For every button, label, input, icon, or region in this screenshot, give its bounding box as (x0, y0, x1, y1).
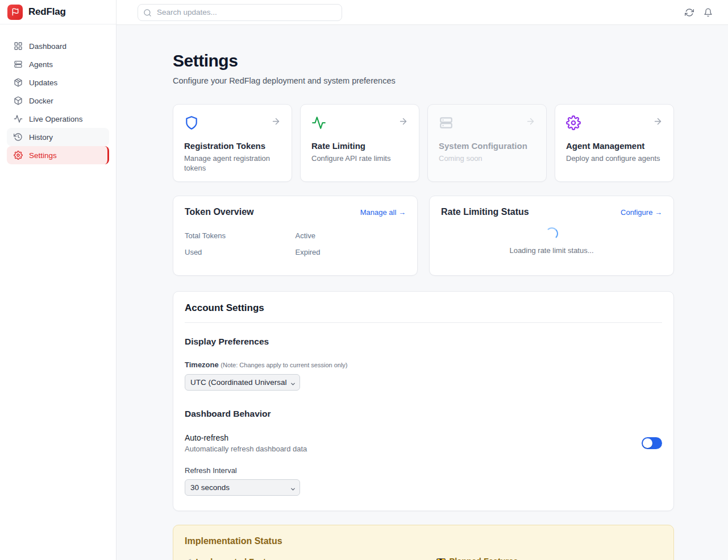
planned-features-heading: Planned Features (450, 557, 518, 560)
sidebar-item-docker[interactable]: Docker (7, 92, 109, 110)
arrow-right-icon (653, 117, 663, 128)
card-registration-tokens[interactable]: Registration Tokens Manage agent registr… (173, 104, 292, 182)
loading-spinner-icon (546, 227, 558, 240)
implemented-features-heading: Implemented Features (196, 557, 284, 560)
toggle-knob (643, 438, 652, 448)
sidebar-item-label: Updates (29, 78, 57, 87)
refresh-interval-select[interactable]: 30 seconds (185, 479, 300, 496)
token-label-expired: Expired (296, 248, 406, 256)
sidebar: RedFlag Dashboard Agents Updates Docker … (0, 0, 117, 560)
card-system-configuration: System Configuration Coming soon (427, 104, 547, 182)
gear-icon (14, 151, 23, 160)
server-icon (14, 60, 23, 69)
main-content: Settings Configure your RedFlag deployme… (117, 25, 728, 560)
sidebar-item-live-operations[interactable]: Live Operations (7, 110, 109, 128)
card-desc: Deploy and configure agents (566, 154, 663, 164)
card-title: Rate Limiting (311, 141, 408, 151)
brand-name: RedFlag (28, 6, 66, 18)
implementation-status-panel: Implementation Status ✔ Implemented Feat… (173, 525, 674, 560)
activity-icon (311, 115, 326, 132)
refresh-icon[interactable] (685, 8, 694, 17)
server-icon (439, 115, 454, 132)
sidebar-item-label: Agents (29, 60, 53, 69)
gear-icon (566, 115, 581, 132)
card-title: Agent Management (566, 141, 663, 151)
token-label-used: Used (185, 248, 296, 256)
check-icon: ✔ (185, 557, 192, 560)
account-settings-title: Account Settings (185, 302, 662, 314)
sidebar-nav: Dashboard Agents Updates Docker Live Ope… (0, 24, 116, 164)
card-rate-limiting[interactable]: Rate Limiting Configure API rate limits (300, 104, 419, 182)
card-desc: Manage agent registration tokens (184, 154, 281, 173)
sidebar-item-label: Settings (29, 151, 57, 160)
shield-icon (184, 115, 199, 132)
search-wrap (138, 4, 342, 21)
overview-panels: Token Overview Manage all → Total Tokens… (173, 196, 674, 276)
page-title: Settings (173, 51, 674, 70)
rate-status-title: Rate Limiting Status (441, 207, 529, 217)
brand[interactable]: RedFlag (0, 0, 116, 24)
implemented-features-col: ✔ Implemented Features Registration toke… (185, 557, 411, 560)
arrow-right-icon (526, 117, 535, 128)
bell-icon[interactable] (704, 8, 713, 17)
activity-icon (14, 114, 23, 123)
card-title: Registration Tokens (184, 141, 281, 151)
auto-refresh-toggle[interactable] (642, 437, 662, 449)
auto-refresh-desc: Automatically refresh dashboard data (185, 445, 307, 453)
sidebar-item-label: Dashboard (29, 42, 66, 51)
package-icon (14, 78, 23, 87)
timezone-select[interactable]: UTC (Coordinated Universal Time) (185, 374, 300, 391)
grid-icon (14, 42, 23, 51)
box-icon (14, 96, 23, 105)
arrow-right-icon (398, 117, 408, 128)
configure-link[interactable]: Configure → (621, 208, 662, 217)
sidebar-item-label: Live Operations (29, 115, 83, 123)
implementation-status-title: Implementation Status (185, 536, 662, 546)
history-icon (14, 132, 23, 142)
planned-features-col: Planned Features System configuration ma… (436, 557, 663, 560)
token-overview-panel: Token Overview Manage all → Total Tokens… (173, 196, 418, 276)
manage-all-link[interactable]: Manage all → (360, 208, 406, 217)
sidebar-item-agents[interactable]: Agents (7, 55, 109, 73)
account-settings-panel: Account Settings Display Preferences Tim… (173, 291, 674, 511)
timezone-note: (Note: Changes apply to current session … (221, 362, 347, 368)
search-input[interactable] (138, 4, 342, 21)
refresh-interval-label: Refresh Interval (185, 466, 662, 475)
sidebar-item-settings[interactable]: Settings (7, 146, 109, 164)
sidebar-item-label: History (29, 133, 53, 142)
loading-text: Loading rate limit status... (509, 246, 593, 255)
flag-icon (7, 5, 23, 20)
card-title: System Configuration (439, 141, 535, 151)
arrow-right-icon (271, 117, 281, 128)
rate-limiting-status-panel: Rate Limiting Status Configure → Loading… (429, 196, 674, 276)
divider (185, 322, 662, 323)
page-subtitle: Configure your RedFlag deployment and sy… (173, 76, 674, 85)
timezone-label-row: Timezone (Note: Changes apply to current… (185, 360, 662, 369)
topbar (117, 0, 728, 25)
card-desc: Coming soon (439, 154, 535, 164)
auto-refresh-row: Auto-refresh Automatically refresh dashb… (185, 433, 662, 453)
sidebar-item-history[interactable]: History (7, 128, 109, 146)
construction-icon (436, 558, 446, 560)
token-overview-title: Token Overview (185, 207, 254, 217)
sidebar-item-dashboard[interactable]: Dashboard (7, 37, 109, 55)
sidebar-item-updates[interactable]: Updates (7, 73, 109, 92)
display-preferences-heading: Display Preferences (185, 337, 662, 347)
timezone-label: Timezone (185, 360, 219, 369)
token-label-active: Active (296, 231, 406, 240)
quick-cards-row: Registration Tokens Manage agent registr… (173, 104, 674, 182)
sidebar-item-label: Docker (29, 97, 53, 105)
topbar-actions (685, 8, 728, 17)
token-label-total: Total Tokens (185, 231, 296, 240)
dashboard-behavior-heading: Dashboard Behavior (185, 409, 662, 419)
card-agent-management[interactable]: Agent Management Deploy and configure ag… (555, 104, 674, 182)
auto-refresh-label: Auto-refresh (185, 433, 307, 442)
search-icon (143, 9, 152, 19)
card-desc: Configure API rate limits (311, 154, 408, 164)
